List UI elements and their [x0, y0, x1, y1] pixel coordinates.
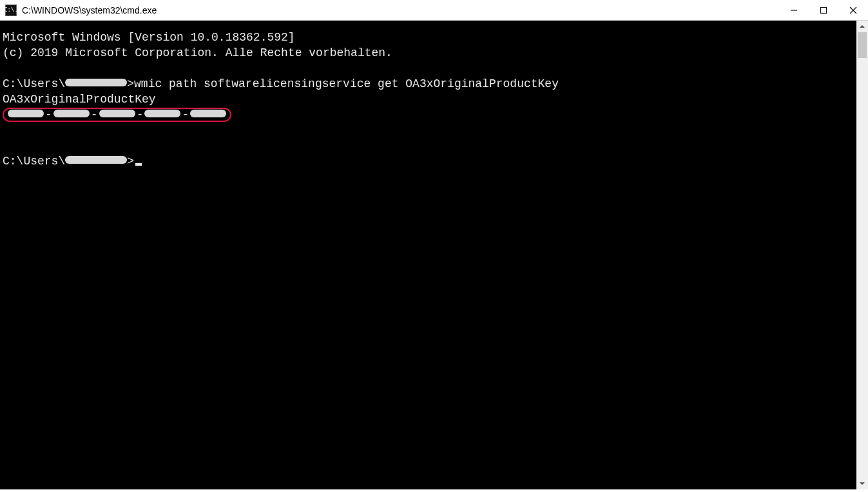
text-cursor: [135, 163, 142, 166]
prompt-suffix-1: >: [127, 77, 134, 90]
product-key-segment: [190, 110, 226, 117]
result-column-header: OA3xOriginalProductKey: [3, 93, 156, 106]
minimize-button[interactable]: [779, 0, 809, 21]
svg-rect-1: [821, 7, 827, 13]
redacted-product-key: ----: [3, 108, 231, 122]
product-key-segment: [144, 110, 180, 117]
close-button[interactable]: [838, 0, 868, 21]
chevron-down-icon: [859, 480, 865, 487]
client-area: Microsoft Windows [Version 10.0.18362.59…: [0, 21, 868, 492]
scroll-up-button[interactable]: [856, 21, 868, 32]
product-key-segment: [53, 110, 90, 117]
redacted-username: [65, 79, 127, 86]
window-titlebar: C:\. C:\WINDOWS\system32\cmd.exe: [0, 0, 868, 21]
scroll-down-button[interactable]: [856, 478, 868, 489]
scrollbar-track[interactable]: [856, 32, 868, 478]
version-line: Microsoft Windows [Version 10.0.18362.59…: [3, 31, 295, 44]
entered-command: wmic path softwarelicensingservice get O…: [134, 77, 559, 90]
copyright-line: (c) 2019 Microsoft Corporation. Alle Rec…: [3, 46, 392, 59]
prompt-suffix-2: >: [127, 155, 134, 168]
cmd-icon: C:\.: [5, 5, 17, 16]
maximize-button[interactable]: [809, 0, 838, 21]
product-key-segment: [8, 110, 44, 117]
vertical-scrollbar[interactable]: [856, 21, 868, 489]
terminal-output[interactable]: Microsoft Windows [Version 10.0.18362.59…: [0, 21, 856, 489]
window-title: C:\WINDOWS\system32\cmd.exe: [22, 5, 157, 15]
product-key-segment: [99, 110, 135, 117]
cmd-icon-label: C:\.: [4, 7, 18, 13]
prompt-prefix-1: C:\Users\: [3, 77, 65, 90]
scrollbar-thumb[interactable]: [858, 32, 867, 58]
close-icon: [849, 6, 857, 14]
minimize-icon: [790, 6, 798, 14]
maximize-icon: [820, 6, 827, 14]
redacted-username: [65, 156, 127, 164]
prompt-prefix-2: C:\Users\: [3, 155, 65, 168]
chevron-up-icon: [859, 23, 865, 30]
